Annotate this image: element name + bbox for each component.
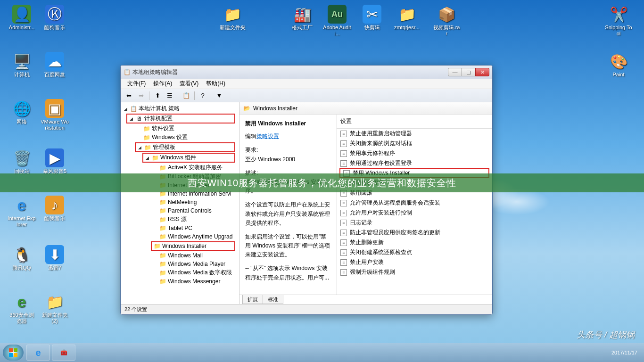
tree-component[interactable]: 📁Parental Controls xyxy=(121,206,239,215)
setting-item[interactable]: ≡禁止使用重新启动管理器 xyxy=(337,129,492,139)
tree-component[interactable]: 📁Windows Media Player xyxy=(121,260,239,268)
folder-icon: 📁 xyxy=(159,216,166,223)
task-ie[interactable]: e xyxy=(26,345,50,361)
app-icon: 📋 xyxy=(124,69,131,75)
folder-icon: 📁 xyxy=(159,260,166,268)
policy-icon: ≡ xyxy=(340,150,347,157)
back-button[interactable]: ⬅ xyxy=(124,90,134,101)
forward-button[interactable]: ➡ xyxy=(136,90,146,101)
desktop-icon-paint[interactable]: 🎨Paint xyxy=(604,52,633,78)
folder-icon: 📁 xyxy=(159,278,166,285)
policy-icon: ≡ xyxy=(340,220,347,226)
setting-heading: 禁用 Windows Installer xyxy=(245,119,330,128)
maximize-button[interactable]: ▢ xyxy=(462,68,476,76)
tree-root[interactable]: ◢📋本地计算机 策略 xyxy=(121,104,239,113)
menu-file[interactable]: 文件(F) xyxy=(124,79,149,89)
desktop-icon-baidu[interactable]: ☁百度网盘 xyxy=(41,52,69,78)
folder-icon: 📁 xyxy=(159,198,166,206)
setting-item[interactable]: ≡禁止用户安装 xyxy=(337,257,492,267)
titlebar[interactable]: 📋 本地组策略编辑器 — ▢ ✕ xyxy=(121,66,492,79)
policy-icon: ≡ xyxy=(340,259,347,266)
svg-rect-2 xyxy=(9,353,13,357)
desktop-icon-audition[interactable]: AuAdobe Auditi... xyxy=(323,5,351,37)
tabs: 扩展 标准 xyxy=(239,295,492,304)
tree-admin-templates[interactable]: ◢📁管理模板 xyxy=(135,142,235,152)
watermark: 头条号 / 超锅锅 xyxy=(577,329,635,340)
tab-extended[interactable]: 扩展 xyxy=(242,295,263,304)
svg-rect-1 xyxy=(14,348,17,352)
tree-software[interactable]: 📁软件设置 xyxy=(121,124,239,133)
menu-action[interactable]: 操作(A) xyxy=(149,79,176,89)
tree-windows-settings[interactable]: 📁Windows 设置 xyxy=(121,133,239,142)
desktop-icon-format[interactable]: 🏭格式工厂 xyxy=(288,5,316,31)
folder-icon: 📁 xyxy=(159,224,166,232)
menu-view[interactable]: 查看(V) xyxy=(176,79,202,89)
tree-component[interactable]: 📁NetMeeting xyxy=(121,198,239,206)
tree-component[interactable]: 📁Windows Mail xyxy=(121,251,239,260)
desktop-icon-rar[interactable]: 📦视频剪辑.rar xyxy=(432,5,461,37)
edit-policy-link[interactable]: 策略设置 xyxy=(256,133,279,140)
setting-item[interactable]: ≡允许用户对安装进行控制 xyxy=(337,208,492,218)
tree-component[interactable]: 📁ActiveX 安装程序服务 xyxy=(121,163,239,172)
setting-item[interactable]: ≡强制升级组件规则 xyxy=(337,267,492,277)
tree-component[interactable]: 📁Tablet PC xyxy=(121,224,239,232)
up-button[interactable]: ⬆ xyxy=(152,90,163,101)
menu-help[interactable]: 帮助(H) xyxy=(202,79,229,89)
desktop-icon-zmtqr[interactable]: 📁zmtqrjesr... xyxy=(393,5,421,31)
tree-computer-config[interactable]: ◢🖥计算机配置 xyxy=(126,114,235,123)
task-toolbox[interactable]: 🧰 xyxy=(52,345,75,361)
setting-item[interactable]: ≡日志记录 xyxy=(337,218,492,228)
taskbar[interactable]: e 🧰 2017/11/17 xyxy=(0,343,644,362)
svg-rect-3 xyxy=(14,353,17,357)
policy-icon: ≡ xyxy=(340,249,347,256)
tree-component[interactable]: 📁Windows Anytime Upgrad xyxy=(121,232,239,241)
tree-component[interactable]: 📁Windows Messenger xyxy=(121,277,239,286)
detail-pane: 📂 Windows Installer 禁用 Windows Installer… xyxy=(239,102,492,304)
folder-icon: 📂 xyxy=(243,105,250,112)
desktop-icon-admin[interactable]: 👤Administr... xyxy=(8,5,36,31)
desktop-icon-xunlei[interactable]: ⬇迅雷7 xyxy=(41,245,69,271)
tree-component[interactable]: 📁RSS 源 xyxy=(121,215,239,224)
settings-column[interactable]: 设置 ≡禁止使用重新启动管理器≡关闭新来源的浏览对话框≡禁用享元修补程序≡禁用通… xyxy=(336,115,492,295)
tree-pane[interactable]: ◢📋本地计算机 策略 ◢🖥计算机配置 📁软件设置 📁Windows 设置 ◢📁管… xyxy=(121,102,239,304)
filter-button[interactable]: ▼ xyxy=(214,90,224,101)
help-button[interactable]: ? xyxy=(198,90,208,101)
system-tray[interactable]: 2017/11/17 xyxy=(611,349,641,356)
policy-icon: ≡ xyxy=(340,131,347,137)
tab-standard[interactable]: 标准 xyxy=(263,295,283,304)
folder-icon: 📁 xyxy=(159,207,166,214)
start-button[interactable] xyxy=(3,345,24,361)
close-button[interactable]: ✕ xyxy=(475,68,489,76)
setting-item[interactable]: ≡禁用通过程序包设置登录 xyxy=(337,158,492,168)
setting-item[interactable]: ≡禁止删除更新 xyxy=(337,238,492,247)
desktop-icon-computer[interactable]: 🖥️计算机 xyxy=(8,52,36,78)
desktop-icon-newfolder[interactable]: 📁新建文件夹 xyxy=(218,5,247,31)
setting-item[interactable]: ≡禁用享元修补程序 xyxy=(337,148,492,158)
desktop-icon-kuwo[interactable]: ♪酷我音乐 xyxy=(41,196,69,222)
folder-icon: 📁 xyxy=(153,242,161,250)
window-title: 本地组策略编辑器 xyxy=(132,68,178,76)
desktop-icon-ie[interactable]: eInternet Explorer xyxy=(8,196,36,228)
desktop-icon-vmware[interactable]: ▣VMware Workstation xyxy=(41,99,69,131)
desktop-icon-kugou[interactable]: Ⓚ酷狗音乐 xyxy=(41,5,69,31)
desktop-icon-newfolder2[interactable]: 📁新建文件夹(2) xyxy=(41,292,69,324)
setting-item[interactable]: ≡允许管理员从远程桌面服务会话安装 xyxy=(337,198,492,208)
desktop-icon-network[interactable]: 🌐网络 xyxy=(8,99,36,125)
setting-item[interactable]: ≡关闭新来源的浏览对话框 xyxy=(337,139,492,148)
desktop-icon-kuaijian[interactable]: ✂快剪辑 xyxy=(358,5,386,31)
setting-item[interactable]: ≡防止非管理员应用供应商签名的更新 xyxy=(337,228,492,238)
toolbar: ⬅ ➡ ⬆ ☰ 📋 ? ▼ xyxy=(121,89,492,102)
desktop-icon-recycle[interactable]: 🗑️回收站 xyxy=(8,148,36,174)
desktop-icon-baofeng[interactable]: ▶暴风影音5 xyxy=(41,148,69,174)
desktop-icon-qq[interactable]: 🐧腾讯QQ xyxy=(8,245,36,271)
tree-component[interactable]: 📁Windows Installer xyxy=(151,241,235,251)
desktop-icon-360[interactable]: e360安全浏览器 xyxy=(8,292,36,324)
setting-item[interactable]: ≡关闭创建系统还原检查点 xyxy=(337,247,492,257)
properties-button[interactable]: 📋 xyxy=(181,90,191,101)
desktop-icon-snipping[interactable]: ✂️Snipping Tool xyxy=(604,5,633,37)
minimize-button[interactable]: — xyxy=(448,68,462,76)
policy-icon: ≡ xyxy=(340,210,347,216)
tree-component[interactable]: 📁Windows Media 数字权限 xyxy=(121,268,239,277)
tree-win-components[interactable]: ◢📁Windows 组件 xyxy=(142,153,235,163)
list-button[interactable]: ☰ xyxy=(165,90,175,101)
